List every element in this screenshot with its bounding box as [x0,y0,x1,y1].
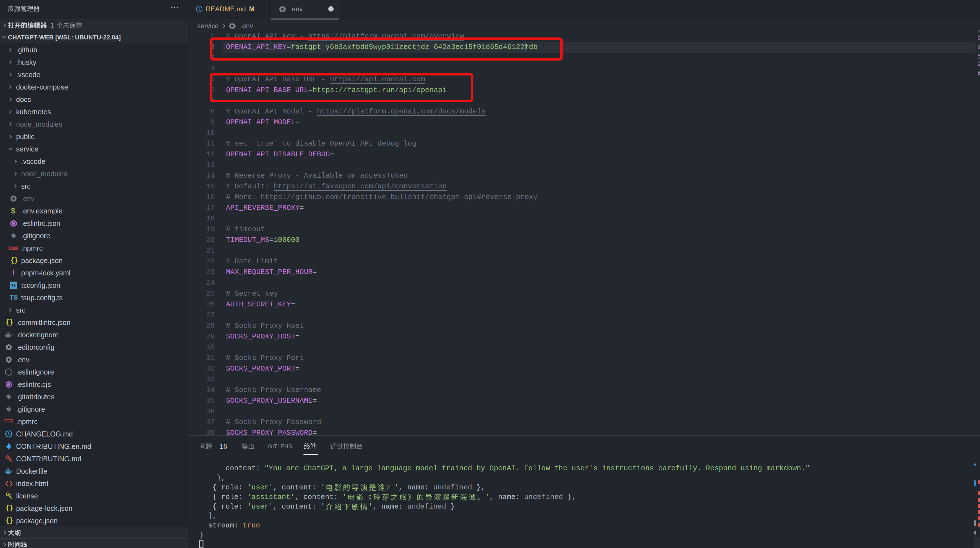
svg-text:npm: npm [6,419,12,423]
svg-text:npm: npm [10,246,17,249]
svg-text:TS: TS [11,284,16,288]
